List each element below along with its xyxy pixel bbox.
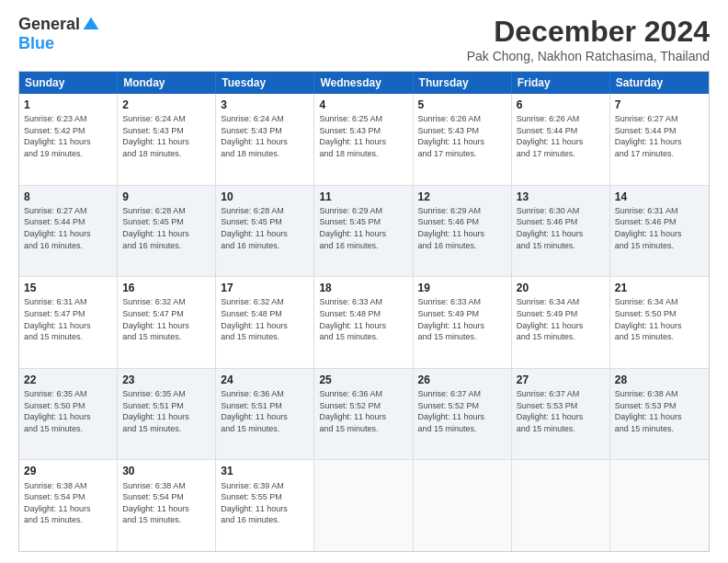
cell-daylight-info: Sunrise: 6:27 AM Sunset: 5:44 PM Dayligh… (24, 205, 112, 251)
calendar-cell: 11Sunrise: 6:29 AM Sunset: 5:45 PM Dayli… (314, 186, 413, 277)
cell-daylight-info: Sunrise: 6:26 AM Sunset: 5:43 PM Dayligh… (418, 113, 506, 159)
day-number: 30 (122, 464, 210, 478)
day-number: 31 (221, 464, 309, 478)
cell-daylight-info: Sunrise: 6:25 AM Sunset: 5:43 PM Dayligh… (319, 113, 407, 159)
day-number: 29 (24, 464, 112, 478)
day-number: 7 (615, 98, 704, 112)
day-number: 5 (418, 98, 506, 112)
calendar-row: 29Sunrise: 6:38 AM Sunset: 5:54 PM Dayli… (19, 460, 709, 551)
cal-header-cell: Saturday (610, 72, 709, 94)
calendar-cell: 9Sunrise: 6:28 AM Sunset: 5:45 PM Daylig… (118, 186, 216, 277)
day-number: 28 (615, 373, 704, 387)
cell-daylight-info: Sunrise: 6:24 AM Sunset: 5:43 PM Dayligh… (221, 113, 309, 159)
title-section: December 2024 Pak Chong, Nakhon Ratchasi… (467, 15, 710, 63)
cell-daylight-info: Sunrise: 6:32 AM Sunset: 5:48 PM Dayligh… (221, 296, 309, 342)
calendar-cell: 23Sunrise: 6:35 AM Sunset: 5:51 PM Dayli… (118, 369, 216, 460)
calendar-cell: 15Sunrise: 6:31 AM Sunset: 5:47 PM Dayli… (19, 277, 118, 368)
day-number: 23 (122, 373, 210, 387)
day-number: 27 (517, 373, 605, 387)
calendar-cell (610, 460, 709, 551)
cell-daylight-info: Sunrise: 6:23 AM Sunset: 5:42 PM Dayligh… (24, 113, 112, 159)
day-number: 11 (319, 190, 407, 204)
cell-daylight-info: Sunrise: 6:39 AM Sunset: 5:55 PM Dayligh… (221, 480, 309, 526)
cell-daylight-info: Sunrise: 6:28 AM Sunset: 5:45 PM Dayligh… (122, 205, 210, 251)
cell-daylight-info: Sunrise: 6:33 AM Sunset: 5:48 PM Dayligh… (319, 296, 407, 342)
calendar-cell: 6Sunrise: 6:26 AM Sunset: 5:44 PM Daylig… (512, 94, 610, 185)
calendar-cell: 18Sunrise: 6:33 AM Sunset: 5:48 PM Dayli… (314, 277, 413, 368)
calendar-cell: 8Sunrise: 6:27 AM Sunset: 5:44 PM Daylig… (19, 186, 118, 277)
day-number: 17 (221, 281, 309, 295)
calendar-cell: 28Sunrise: 6:38 AM Sunset: 5:53 PM Dayli… (610, 369, 709, 460)
calendar-cell: 30Sunrise: 6:38 AM Sunset: 5:54 PM Dayli… (118, 460, 216, 551)
calendar-cell: 26Sunrise: 6:37 AM Sunset: 5:52 PM Dayli… (414, 369, 512, 460)
cal-header-cell: Monday (118, 72, 216, 94)
cell-daylight-info: Sunrise: 6:27 AM Sunset: 5:44 PM Dayligh… (615, 113, 704, 159)
day-number: 8 (24, 190, 112, 204)
day-number: 26 (418, 373, 506, 387)
calendar-cell: 2Sunrise: 6:24 AM Sunset: 5:43 PM Daylig… (118, 94, 216, 185)
calendar-cell: 22Sunrise: 6:35 AM Sunset: 5:50 PM Dayli… (19, 369, 118, 460)
calendar-row: 15Sunrise: 6:31 AM Sunset: 5:47 PM Dayli… (19, 277, 709, 369)
logo-blue-text: Blue (18, 34, 54, 53)
day-number: 3 (221, 98, 309, 112)
logo-general: General (18, 15, 80, 34)
cell-daylight-info: Sunrise: 6:36 AM Sunset: 5:52 PM Dayligh… (319, 388, 407, 434)
cell-daylight-info: Sunrise: 6:26 AM Sunset: 5:44 PM Dayligh… (517, 113, 605, 159)
cell-daylight-info: Sunrise: 6:35 AM Sunset: 5:51 PM Dayligh… (122, 388, 210, 434)
cal-header-cell: Tuesday (216, 72, 314, 94)
calendar-body: 1Sunrise: 6:23 AM Sunset: 5:42 PM Daylig… (19, 94, 709, 551)
header: General Blue December 2024 Pak Chong, Na… (18, 15, 710, 63)
calendar-cell: 13Sunrise: 6:30 AM Sunset: 5:46 PM Dayli… (512, 186, 610, 277)
cal-header-cell: Wednesday (314, 72, 413, 94)
day-number: 22 (24, 373, 112, 387)
calendar-cell: 29Sunrise: 6:38 AM Sunset: 5:54 PM Dayli… (19, 460, 118, 551)
calendar-cell: 1Sunrise: 6:23 AM Sunset: 5:42 PM Daylig… (19, 94, 118, 185)
cell-daylight-info: Sunrise: 6:24 AM Sunset: 5:43 PM Dayligh… (122, 113, 210, 159)
cell-daylight-info: Sunrise: 6:35 AM Sunset: 5:50 PM Dayligh… (24, 388, 112, 434)
cell-daylight-info: Sunrise: 6:29 AM Sunset: 5:45 PM Dayligh… (319, 205, 407, 251)
day-number: 15 (24, 281, 112, 295)
calendar-cell (414, 460, 512, 551)
calendar-header: SundayMondayTuesdayWednesdayThursdayFrid… (19, 72, 709, 94)
cell-daylight-info: Sunrise: 6:37 AM Sunset: 5:52 PM Dayligh… (418, 388, 506, 434)
cell-daylight-info: Sunrise: 6:29 AM Sunset: 5:46 PM Dayligh… (418, 205, 506, 251)
cell-daylight-info: Sunrise: 6:38 AM Sunset: 5:54 PM Dayligh… (24, 480, 112, 526)
calendar-cell: 5Sunrise: 6:26 AM Sunset: 5:43 PM Daylig… (414, 94, 512, 185)
cal-header-cell: Sunday (19, 72, 118, 94)
cal-header-cell: Friday (512, 72, 610, 94)
cell-daylight-info: Sunrise: 6:34 AM Sunset: 5:49 PM Dayligh… (517, 296, 605, 342)
day-number: 9 (122, 190, 210, 204)
day-number: 12 (418, 190, 506, 204)
day-number: 4 (319, 98, 407, 112)
logo: General Blue (18, 15, 100, 53)
day-number: 19 (418, 281, 506, 295)
day-number: 25 (319, 373, 407, 387)
cell-daylight-info: Sunrise: 6:31 AM Sunset: 5:46 PM Dayligh… (615, 205, 704, 251)
calendar-cell (512, 460, 610, 551)
cell-daylight-info: Sunrise: 6:38 AM Sunset: 5:53 PM Dayligh… (615, 388, 704, 434)
day-number: 24 (221, 373, 309, 387)
calendar-cell: 3Sunrise: 6:24 AM Sunset: 5:43 PM Daylig… (216, 94, 314, 185)
calendar-cell: 14Sunrise: 6:31 AM Sunset: 5:46 PM Dayli… (610, 186, 709, 277)
calendar-cell: 21Sunrise: 6:34 AM Sunset: 5:50 PM Dayli… (610, 277, 709, 368)
calendar-cell: 10Sunrise: 6:28 AM Sunset: 5:45 PM Dayli… (216, 186, 314, 277)
calendar-row: 1Sunrise: 6:23 AM Sunset: 5:42 PM Daylig… (19, 94, 709, 186)
day-number: 16 (122, 281, 210, 295)
day-number: 6 (517, 98, 605, 112)
calendar-cell: 7Sunrise: 6:27 AM Sunset: 5:44 PM Daylig… (610, 94, 709, 185)
day-number: 20 (517, 281, 605, 295)
location: Pak Chong, Nakhon Ratchasima, Thailand (467, 49, 710, 63)
calendar-cell: 25Sunrise: 6:36 AM Sunset: 5:52 PM Dayli… (314, 369, 413, 460)
cell-daylight-info: Sunrise: 6:36 AM Sunset: 5:51 PM Dayligh… (221, 388, 309, 434)
cell-daylight-info: Sunrise: 6:34 AM Sunset: 5:50 PM Dayligh… (615, 296, 704, 342)
cell-daylight-info: Sunrise: 6:37 AM Sunset: 5:53 PM Dayligh… (517, 388, 605, 434)
calendar-cell: 4Sunrise: 6:25 AM Sunset: 5:43 PM Daylig… (314, 94, 413, 185)
page: General Blue December 2024 Pak Chong, Na… (0, 0, 728, 563)
logo-text: General (18, 15, 100, 34)
cell-daylight-info: Sunrise: 6:38 AM Sunset: 5:54 PM Dayligh… (122, 480, 210, 526)
calendar-cell: 31Sunrise: 6:39 AM Sunset: 5:55 PM Dayli… (216, 460, 314, 551)
calendar-row: 8Sunrise: 6:27 AM Sunset: 5:44 PM Daylig… (19, 186, 709, 278)
calendar-cell: 27Sunrise: 6:37 AM Sunset: 5:53 PM Dayli… (512, 369, 610, 460)
calendar: SundayMondayTuesdayWednesdayThursdayFrid… (18, 71, 710, 552)
day-number: 14 (615, 190, 704, 204)
